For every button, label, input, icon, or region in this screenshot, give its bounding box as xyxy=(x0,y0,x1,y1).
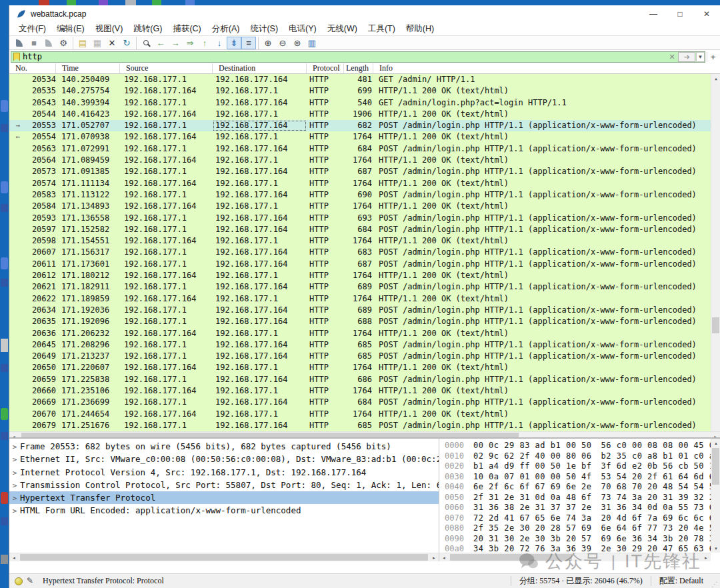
packet-row[interactable]: 20544 140.416423 192.168.177.164 192.168… xyxy=(9,109,720,120)
capture-comment-icon[interactable]: ✎ xyxy=(27,576,33,586)
packet-row[interactable]: 20660 171.235106 192.168.177.164 192.168… xyxy=(9,385,720,397)
close-button[interactable]: ✕ xyxy=(693,5,720,23)
hex-row[interactable]: 007072 2d 41 67 65 6e 74 3a20 4d 6f 7a 6… xyxy=(445,513,711,524)
col-header-dest[interactable]: Destination xyxy=(213,63,307,73)
expander-icon[interactable]: > xyxy=(9,492,20,504)
packet-row[interactable]: → 20553 171.052707 192.168.177.1 192.168… xyxy=(9,120,720,131)
menu-item[interactable]: 编辑(E) xyxy=(51,23,90,35)
menu-item[interactable]: 帮助(H) xyxy=(401,23,439,35)
find-packet-button[interactable] xyxy=(139,37,153,49)
packet-row[interactable]: 20534 140.250409 192.168.177.1 192.168.1… xyxy=(9,74,720,85)
auto-scroll-button[interactable]: ⇟ xyxy=(227,37,241,49)
go-to-packet-button[interactable]: ⇒ xyxy=(183,37,197,49)
detail-row[interactable]: >Frame 20553: 682 bytes on wire (5456 bi… xyxy=(9,440,439,453)
packet-row[interactable]: 20612 171.180212 192.168.177.164 192.168… xyxy=(9,270,720,281)
menu-item[interactable]: 跳转(G) xyxy=(128,23,167,35)
packet-row[interactable]: 20574 171.111134 192.168.177.164 192.168… xyxy=(9,178,720,189)
scrollbar-thumb[interactable] xyxy=(450,554,572,561)
expander-icon[interactable]: > xyxy=(9,505,20,517)
scroll-up-icon[interactable]: ▲ xyxy=(711,74,720,83)
hex-row[interactable]: 00a034 3b 20 72 76 3a 36 392e 30 29 20 4… xyxy=(445,544,711,553)
detail-row[interactable]: >HTML Form URL Encoded: application/x-ww… xyxy=(9,504,439,517)
packet-row[interactable]: 20634 171.192036 192.168.177.1 192.168.1… xyxy=(9,305,720,316)
packet-row[interactable]: 20645 171.208296 192.168.177.1 192.168.1… xyxy=(9,339,720,351)
menu-item[interactable]: 捕获(C) xyxy=(167,23,206,35)
packet-row[interactable]: 20650 171.220607 192.168.177.164 192.168… xyxy=(9,362,720,373)
packet-row[interactable]: 20636 171.206232 192.168.177.164 192.168… xyxy=(9,328,720,339)
packet-row[interactable]: 20535 140.275754 192.168.177.164 192.168… xyxy=(9,85,720,97)
zoom-in-button[interactable]: ⊕ xyxy=(261,37,275,49)
display-filter-input[interactable] xyxy=(23,52,666,61)
colorize-button[interactable]: ≡ xyxy=(241,37,256,49)
menu-item[interactable]: 文件(F) xyxy=(13,23,51,35)
packet-row[interactable]: 20635 171.192096 192.168.177.1 192.168.1… xyxy=(9,316,720,327)
hex-row[interactable]: 001002 9c 62 2f 40 00 80 06b2 35 c0 a8 b… xyxy=(445,451,711,462)
scroll-up-icon[interactable]: ▲ xyxy=(711,439,720,447)
scrollbar-thumb[interactable] xyxy=(712,317,719,333)
expander-icon[interactable]: > xyxy=(9,479,20,491)
stop-capture-button[interactable]: ■ xyxy=(27,37,41,49)
scroll-down-icon[interactable]: ▼ xyxy=(711,544,720,553)
packet-row[interactable]: 20670 171.244654 192.168.177.164 192.168… xyxy=(9,409,720,420)
packet-row[interactable]: 20573 171.091385 192.168.177.1 192.168.1… xyxy=(9,166,720,177)
hex-row[interactable]: 009020 31 30 2e 30 3b 20 5769 6e 36 34 3… xyxy=(445,534,711,545)
expander-icon[interactable]: > xyxy=(9,467,20,479)
zoom-out-button[interactable]: ⊖ xyxy=(275,37,290,49)
start-capture-button[interactable] xyxy=(12,37,27,49)
save-file-button[interactable]: ▦ xyxy=(90,37,105,49)
detail-row[interactable]: >Transmission Control Protocol, Src Port… xyxy=(9,479,439,491)
scroll-left-icon[interactable]: ◄ xyxy=(9,553,19,561)
scrollbar-thumb[interactable] xyxy=(20,554,428,561)
hex-vscrollbar[interactable]: ▲ ▼ xyxy=(711,439,720,553)
packet-row[interactable]: 20649 171.213237 192.168.177.1 192.168.1… xyxy=(9,351,720,362)
detail-row[interactable]: >Internet Protocol Version 4, Src: 192.1… xyxy=(9,466,439,479)
scroll-right-icon[interactable]: ► xyxy=(711,432,720,437)
packet-row[interactable]: 20563 171.072991 192.168.177.1 192.168.1… xyxy=(9,143,720,155)
go-to-top-button[interactable]: ↑ xyxy=(197,37,212,49)
restart-capture-button[interactable] xyxy=(41,37,56,49)
hex-row[interactable]: 003010 0a 07 01 00 00 50 4f53 54 20 2f 6… xyxy=(445,472,711,483)
filter-dropdown-icon[interactable]: ▼ xyxy=(696,52,705,62)
scroll-right-icon[interactable]: ► xyxy=(701,553,711,562)
packet-row[interactable]: 20597 171.152582 192.168.177.1 192.168.1… xyxy=(9,224,720,235)
packet-row[interactable]: 20593 171.136558 192.168.177.1 192.168.1… xyxy=(9,213,720,224)
col-header-time[interactable]: Time xyxy=(56,63,120,73)
menu-item[interactable]: 工具(T) xyxy=(363,23,401,35)
filter-apply-button[interactable]: ➜ xyxy=(678,52,695,62)
expander-icon[interactable]: > xyxy=(9,441,20,453)
profile-text[interactable]: 配置: Default xyxy=(651,576,711,586)
menu-item[interactable]: 电话(Y) xyxy=(283,23,322,35)
packet-row[interactable]: ← 20554 171.070938 192.168.177.164 192.1… xyxy=(9,131,720,143)
col-header-no[interactable]: No. xyxy=(9,63,56,73)
hex-hscrollbar[interactable]: ◄ ► xyxy=(439,553,711,561)
packet-row[interactable]: 20607 171.156317 192.168.177.1 192.168.1… xyxy=(9,247,720,258)
scroll-left-icon[interactable]: ◄ xyxy=(439,553,449,562)
col-header-length[interactable]: Length xyxy=(344,63,373,73)
resize-columns-button[interactable]: ▥ xyxy=(305,37,319,49)
col-header-source[interactable]: Source xyxy=(120,63,213,73)
filter-add-button[interactable]: + xyxy=(711,52,716,62)
detail-row[interactable]: >Ethernet II, Src: VMware_c0:00:08 (00:5… xyxy=(9,453,439,465)
hex-row[interactable]: 00802f 35 2e 30 20 28 57 696e 64 6f 77 7… xyxy=(445,523,711,534)
filter-bookmark-icon[interactable] xyxy=(13,53,20,61)
filter-clear-icon[interactable]: ✕ xyxy=(666,52,678,62)
scroll-left-icon[interactable]: ◄ xyxy=(9,432,19,437)
packet-row[interactable]: 20679 171.251676 192.168.177.1 192.168.1… xyxy=(9,420,720,431)
maximize-button[interactable]: □ xyxy=(667,5,693,23)
packet-row[interactable]: 20659 171.225838 192.168.177.1 192.168.1… xyxy=(9,374,720,385)
packet-row[interactable]: 20584 171.134893 192.168.177.164 192.168… xyxy=(9,201,720,212)
scrollbar-thumb[interactable] xyxy=(712,448,719,485)
zoom-100-button[interactable]: ⊜ xyxy=(290,37,305,49)
minimize-button[interactable]: — xyxy=(640,5,667,23)
packet-row[interactable]: 20583 171.113122 192.168.177.1 192.168.1… xyxy=(9,189,720,201)
menu-item[interactable]: 分析(A) xyxy=(207,23,245,35)
expander-icon[interactable]: > xyxy=(9,453,20,465)
menu-item[interactable]: 统计(S) xyxy=(245,23,283,35)
scroll-right-icon[interactable]: ► xyxy=(429,553,439,561)
hex-row[interactable]: 000000 0c 29 83 ad b1 00 5056 c0 00 08 0… xyxy=(445,441,711,451)
packet-row[interactable]: 20669 171.236699 192.168.177.1 192.168.1… xyxy=(9,397,720,408)
packet-list-hscrollbar[interactable]: ◄ ► xyxy=(9,431,720,437)
packet-row[interactable]: 20598 171.154551 192.168.177.164 192.168… xyxy=(9,235,720,247)
packet-row[interactable]: 20543 140.399394 192.168.177.1 192.168.1… xyxy=(9,97,720,109)
capture-options-button[interactable]: ⚙ xyxy=(56,37,71,49)
